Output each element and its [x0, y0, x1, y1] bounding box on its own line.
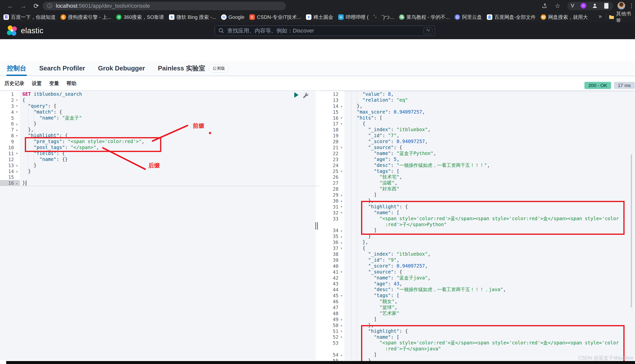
- code-line[interactable]: "desc": "一顿操作猛如虎，一看工资两千五！！！",: [346, 162, 635, 168]
- bookmark-item[interactable]: 盘百度网盘-全部文件: [487, 14, 536, 20]
- fold-toggle-icon[interactable]: ▴: [14, 122, 20, 126]
- fold-toggle-icon[interactable]: ▾: [339, 329, 345, 333]
- tab-painless-实验室[interactable]: Painless 实验室公测版: [158, 60, 229, 76]
- code-line[interactable]: },: [346, 103, 635, 109]
- bookmark-item[interactable]: tv哔哩哔哩 ( ゜- ゜)つ...: [338, 14, 394, 20]
- code-line[interactable]: "_source": {: [346, 269, 635, 275]
- code-line[interactable]: "query": {: [22, 103, 144, 109]
- bookmarks-overflow-icon[interactable]: »: [596, 13, 604, 20]
- console-link-变量[interactable]: 变量: [49, 80, 59, 87]
- code-line[interactable]: "好东西": [346, 186, 635, 192]
- bookmark-star-icon[interactable]: ☆: [554, 2, 561, 10]
- address-bar[interactable]: ⓘ localhost:5601/app/dev_tools#/console: [43, 2, 286, 10]
- code-line[interactable]: "_index": "itbluebox",: [346, 251, 635, 257]
- reload-icon[interactable]: ⟳: [32, 2, 41, 10]
- code-line[interactable]: "tags": [: [346, 292, 635, 298]
- code-line[interactable]: {: [22, 97, 144, 103]
- other-bookmarks-folder[interactable]: 其他书签: [609, 12, 635, 22]
- pane-split-handle[interactable]: [315, 222, 319, 230]
- code-line[interactable]: "max_score": 0.94097257,: [346, 109, 635, 115]
- code-line[interactable]: "温暖",: [346, 180, 635, 186]
- fold-toggle-icon[interactable]: ▴: [339, 234, 345, 238]
- code-line[interactable]: }: [22, 121, 144, 127]
- extension-purple-icon[interactable]: [580, 2, 587, 10]
- code-line[interactable]: "_id": "9",: [346, 257, 635, 263]
- code-line[interactable]: }: [22, 162, 144, 168]
- code-line[interactable]: "match": {: [22, 109, 144, 115]
- fold-toggle-icon[interactable]: ▾: [339, 205, 345, 208]
- fold-toggle-icon[interactable]: ▾: [339, 122, 345, 126]
- bookmark-item[interactable]: 云阿里云盘: [455, 14, 482, 20]
- fold-toggle-icon[interactable]: ▾: [14, 152, 20, 155]
- code-line[interactable]: "name": "蓝盒子java",: [346, 275, 635, 281]
- code-line[interactable]: "_score": 0.94097257,: [346, 138, 635, 144]
- request-options-wrench-icon[interactable]: [303, 92, 309, 99]
- fold-toggle-icon[interactable]: ▾: [339, 270, 345, 274]
- bookmark-item[interactable]: 百百度一下，你就知道: [4, 14, 56, 20]
- console-link-历史记录[interactable]: 历史记录: [5, 80, 24, 87]
- bookmark-item[interactable]: b微软 Bing 搜索 -...: [169, 14, 216, 20]
- elastic-brand[interactable]: elastic: [7, 25, 44, 36]
- code-line[interactable]: "value": 8,: [346, 91, 635, 97]
- fold-toggle-icon[interactable]: ▴: [339, 353, 345, 357]
- fold-toggle-icon[interactable]: ▾: [339, 116, 345, 120]
- fold-toggle-icon[interactable]: ▴: [339, 199, 345, 202]
- fold-toggle-icon[interactable]: ▴: [14, 128, 20, 132]
- code-line[interactable]: "tags": [: [346, 168, 635, 174]
- code-line[interactable]: },: [22, 127, 144, 133]
- code-line[interactable]: "relation": "eq": [346, 97, 635, 103]
- global-search-input[interactable]: 查找应用、内容等。例如：Discover ^/: [215, 26, 435, 36]
- extension-v-icon[interactable]: V: [569, 2, 576, 10]
- code-line[interactable]: "_score": 0.94097257,: [346, 263, 635, 269]
- fold-toggle-icon[interactable]: ▾: [14, 134, 20, 138]
- console-link-设置[interactable]: 设置: [32, 80, 42, 87]
- extension-person-icon[interactable]: [591, 2, 598, 10]
- code-line[interactable]: "name": "蓝盒子": [22, 115, 144, 121]
- code-line[interactable]: [22, 174, 144, 180]
- bookmark-item[interactable]: O360搜索，SO靠谱: [116, 14, 164, 20]
- code-line[interactable]: ]: [346, 316, 635, 322]
- back-icon[interactable]: ←: [6, 2, 15, 10]
- response-scrollbar[interactable]: [631, 154, 632, 308]
- console-link-帮助[interactable]: 帮助: [67, 80, 76, 87]
- code-line[interactable]: "靓女",: [346, 298, 635, 304]
- bookmark-item[interactable]: S搜狗搜索引擎 - 上...: [61, 14, 111, 20]
- fold-toggle-icon[interactable]: ▾: [339, 211, 345, 214]
- code-line[interactable]: "name": "蓝盒子Python",: [346, 150, 635, 156]
- fold-toggle-icon[interactable]: ▴: [339, 318, 345, 321]
- fold-toggle-icon[interactable]: ▴: [339, 193, 345, 197]
- chrome-menu-icon[interactable]: ⋮: [628, 2, 635, 10]
- fold-toggle-icon[interactable]: ▴: [14, 164, 20, 167]
- code-line[interactable]: }: [22, 168, 144, 174]
- fold-toggle-icon[interactable]: ▴: [14, 169, 20, 173]
- code-line[interactable]: "技术宅",: [346, 174, 635, 180]
- code-line[interactable]: "_index": "itbluebox",: [346, 127, 635, 133]
- code-line[interactable]: "艺术家": [346, 310, 635, 316]
- code-line[interactable]: "age": 43,: [346, 281, 635, 287]
- bookmark-item[interactable]: ▼稀土掘金: [306, 14, 333, 20]
- code-line[interactable]: },: [346, 239, 635, 245]
- code-line[interactable]: "hits": [: [346, 115, 635, 121]
- code-line[interactable]: "desc": "一顿操作猛如虎，一看工资两千五！！！，java",: [346, 287, 635, 292]
- code-line[interactable]: "_source": {: [346, 144, 635, 150]
- code-line[interactable]: ]: [346, 192, 635, 198]
- fold-toggle-icon[interactable]: ▾: [339, 246, 345, 250]
- bookmark-item[interactable]: M网盘搜索，就用大...: [541, 14, 588, 20]
- bookmark-item[interactable]: 鸟菜鸟教程 - 学的不...: [399, 14, 450, 20]
- fold-toggle-icon[interactable]: ▴: [339, 240, 345, 244]
- code-line[interactable]: {: [346, 245, 635, 251]
- fold-toggle-icon[interactable]: ▾: [14, 110, 20, 114]
- fold-toggle-icon[interactable]: ▾: [339, 146, 345, 149]
- code-line[interactable]: "_id": "7",: [346, 133, 635, 138]
- bookmark-item[interactable]: GGoogle: [221, 14, 245, 20]
- fold-toggle-icon[interactable]: ▴: [339, 228, 345, 232]
- tab-grok-debugger[interactable]: Grok Debugger: [98, 60, 145, 76]
- code-line[interactable]: {: [346, 121, 635, 127]
- code-line[interactable]: "age": 5,: [346, 156, 635, 162]
- profile-avatar[interactable]: [617, 2, 625, 10]
- code-line[interactable]: GET itbluebox/_search: [22, 91, 144, 97]
- fold-toggle-icon[interactable]: ▾: [14, 98, 20, 102]
- fold-toggle-icon[interactable]: ▾: [339, 335, 345, 339]
- fold-toggle-icon[interactable]: ▾: [339, 169, 345, 173]
- bookmark-item[interactable]: CCSDN-专业IT技术...: [249, 14, 301, 20]
